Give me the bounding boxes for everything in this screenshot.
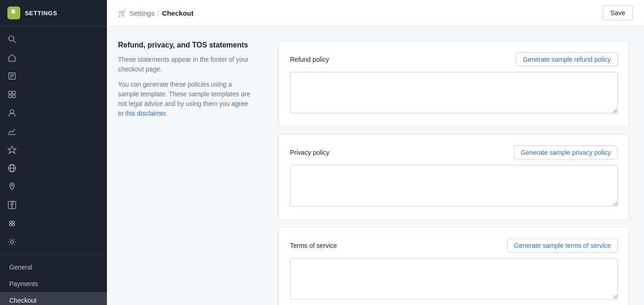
panel-description-1: These statements appear in the footer of…: [118, 55, 253, 74]
sidebar-nav: General Payments Checkout Shipping Taxes…: [0, 255, 107, 305]
refund-policy-label: Refund policy: [290, 56, 329, 63]
svg-marker-12: [8, 146, 16, 153]
shopify-logo: [7, 6, 20, 19]
privacy-policy-textarea[interactable]: [290, 165, 618, 206]
content-area: Refund, privacy, and TOS statements Thes…: [107, 26, 644, 305]
svg-rect-9: [12, 95, 15, 98]
refund-policy-section: Refund policy Generate sample refund pol…: [278, 41, 629, 127]
breadcrumb-current: Checkout: [162, 9, 193, 17]
topbar: 🛒 Settings / Checkout Save: [107, 0, 644, 26]
svg-rect-7: [12, 91, 15, 94]
svg-point-20: [10, 224, 12, 226]
terms-policy-textarea[interactable]: [290, 258, 618, 299]
sidebar-title: SETTINGS: [25, 10, 57, 17]
svg-point-10: [10, 110, 14, 113]
main-content: 🛒 Settings / Checkout Save Refund, priva…: [107, 0, 644, 305]
sidebar-item-payments[interactable]: Payments: [0, 276, 107, 292]
refund-policy-textarea[interactable]: [290, 72, 618, 113]
svg-rect-6: [9, 91, 12, 94]
globe-icon-nav[interactable]: [0, 159, 107, 177]
sidebar-item-general[interactable]: General: [0, 259, 107, 276]
sidebar: SETTINGS: [0, 0, 107, 305]
svg-point-16: [11, 184, 13, 186]
policies-container: Refund policy Generate sample refund pol…: [264, 26, 644, 305]
orders-icon-nav[interactable]: [0, 67, 107, 85]
privacy-policy-header: Privacy policy Generate sample privacy p…: [290, 146, 618, 159]
svg-point-0: [9, 36, 14, 41]
terms-policy-label: Terms of service: [290, 242, 337, 249]
breadcrumb: 🛒 Settings / Checkout: [118, 9, 194, 17]
generate-privacy-button[interactable]: Generate sample privacy policy: [514, 146, 618, 159]
svg-point-19: [12, 221, 15, 223]
marketing-icon-nav[interactable]: [0, 141, 107, 159]
privacy-policy-section: Privacy policy Generate sample privacy p…: [278, 134, 629, 220]
analytics-icon-nav[interactable]: [0, 122, 107, 141]
svg-point-22: [11, 240, 13, 243]
save-button[interactable]: Save: [603, 6, 633, 20]
sidebar-header: SETTINGS: [0, 0, 107, 26]
svg-rect-8: [9, 95, 12, 98]
cart-icon: 🛒: [118, 9, 127, 17]
right-panel: Refund policy Generate sample refund pol…: [264, 26, 644, 305]
search-icon-nav[interactable]: [0, 30, 107, 48]
svg-point-21: [12, 224, 15, 226]
panel-title: Refund, privacy, and TOS statements: [118, 41, 253, 49]
terms-policy-header: Terms of service Generate sample terms o…: [290, 239, 618, 252]
generate-terms-button[interactable]: Generate sample terms of service: [507, 239, 618, 252]
settings-icon-nav[interactable]: [0, 233, 107, 251]
svg-point-18: [10, 221, 12, 223]
location-icon-nav[interactable]: [0, 177, 107, 196]
generate-refund-button[interactable]: Generate sample refund policy: [516, 53, 618, 66]
customers-icon-nav[interactable]: [0, 104, 107, 122]
breadcrumb-separator: /: [157, 9, 159, 17]
sidebar-item-checkout[interactable]: Checkout: [0, 292, 107, 305]
sidebar-icon-group: [0, 26, 107, 255]
left-panel: Refund, privacy, and TOS statements Thes…: [107, 26, 264, 305]
refund-policy-header: Refund policy Generate sample refund pol…: [290, 53, 618, 66]
facebook-icon-nav[interactable]: [0, 196, 107, 214]
panel-description-2: You can generate these policies using a …: [118, 80, 253, 118]
terms-policy-section: Terms of service Generate sample terms o…: [278, 227, 629, 305]
products-icon-nav[interactable]: [0, 85, 107, 104]
svg-line-1: [13, 41, 16, 43]
apps-icon-nav[interactable]: [0, 214, 107, 233]
breadcrumb-settings[interactable]: Settings: [130, 9, 154, 17]
home-icon-nav[interactable]: [0, 48, 107, 67]
privacy-policy-label: Privacy policy: [290, 149, 330, 156]
